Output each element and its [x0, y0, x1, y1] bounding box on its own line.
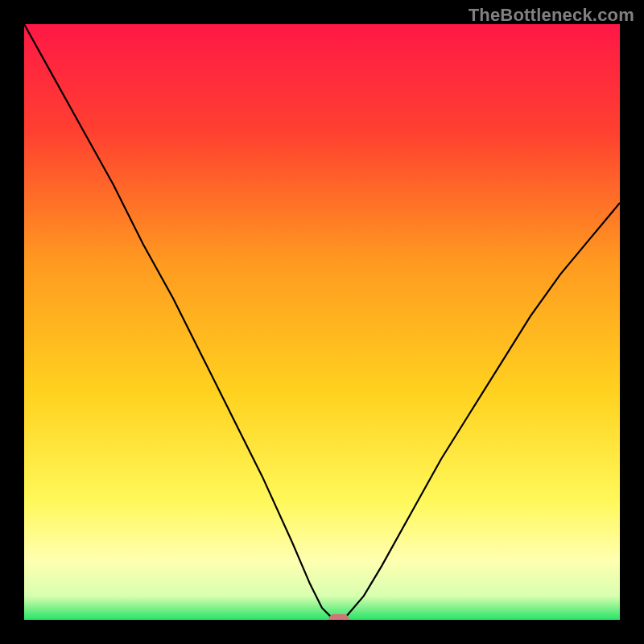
chart-frame: TheBottleneck.com: [0, 0, 644, 644]
optimum-marker: [328, 614, 349, 620]
watermark-label: TheBottleneck.com: [469, 5, 634, 26]
plot-area: [24, 24, 620, 620]
plot-svg: [24, 24, 620, 620]
gradient-background: [24, 24, 620, 620]
